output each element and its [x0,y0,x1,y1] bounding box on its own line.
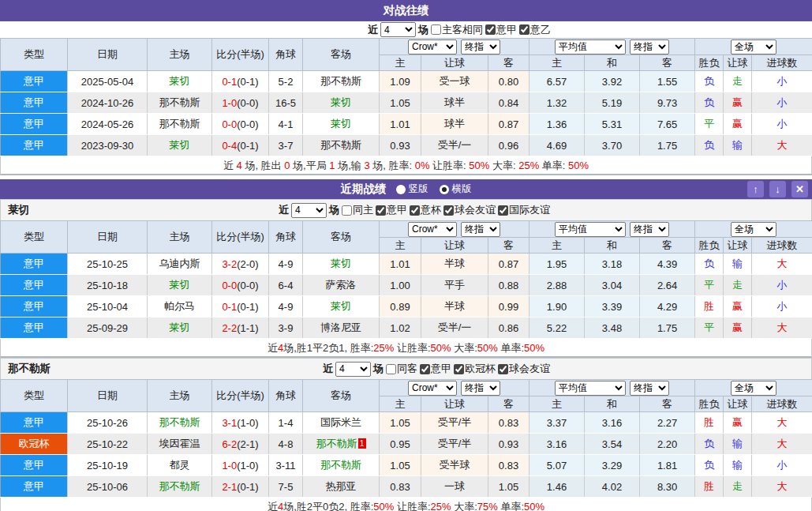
team1-average-subheader-0: 主 [529,396,585,412]
h2h-average-stage-select[interactable]: 终指 [630,39,669,54]
odds-cell-2: 0.87 [488,254,529,275]
view-option-1[interactable]: 横版 [440,182,472,196]
h2h-rounds-select[interactable]: 4 [380,22,416,37]
corners-cell: 3-9 [269,317,303,339]
team0-table-row: 意甲25-10-25乌迪内斯3-2(2-0)4-9莱切1.01半球0.871.9… [1,254,812,275]
h2h-league-checkbox-0[interactable] [485,24,496,35]
radio-selected-icon[interactable] [440,185,449,194]
h2h-odds-stage-select[interactable]: 终指 [461,39,500,54]
team0-average-stage-select[interactable]: 终指 [630,222,669,237]
team0-league-checkbox-3[interactable] [498,205,508,216]
team0-league-label-3: 国际友谊 [509,203,550,217]
team0-bookmaker-select[interactable]: Crow* [408,222,457,237]
corners-cell: 4-1 [269,114,303,135]
corners-cell: 4-8 [269,434,303,455]
result-goals-cell: 大 [752,476,812,498]
summary-value: 1 [329,160,335,171]
team0-average-select[interactable]: 平均值 [555,222,626,237]
move-up-button[interactable]: ↑ [747,181,764,197]
result-outcome-cell: 负 [695,254,724,275]
team0-fulltime-select[interactable]: 全场 [731,222,776,237]
radio-icon[interactable] [396,185,406,194]
result-goals-cell: 大 [752,135,812,156]
league-badge: 意甲 [1,296,68,317]
halftime-score: (0-1) [237,481,258,493]
team1-col-type-header: 类型 [1,380,68,412]
odds-cell-1: 半球 [421,254,488,275]
average-cell-0: 1.32 [529,92,585,114]
corners-cell: 3-7 [269,135,303,156]
result-handicap-cell: 输 [724,434,752,455]
team1-average-group-header: 平均值终指 [529,380,695,396]
arrow-up-icon: ↑ [753,183,758,195]
h2h-bookmaker-select[interactable]: Crow* [408,39,457,54]
average-cell-2: 1.75 [640,317,695,339]
team0-summary: 近4场,胜1平2负1, 胜率:25% 让胜率:50% 大率:50% 单率:50% [0,339,812,358]
average-cell-0: 1.36 [529,114,585,135]
team0-odds-stage-select[interactable]: 终指 [461,222,500,237]
team1-result-subheader-2: 进球数 [752,396,812,412]
h2h-average-subheader-0: 主 [529,55,585,71]
odds-cell-2: 0.84 [488,92,529,114]
h2h-fulltime-select[interactable]: 全场 [731,39,776,54]
result-outcome-cell: 平 [695,275,724,296]
average-cell-1: 3.29 [585,455,640,476]
team0-league-filter-3: 国际友谊 [498,203,550,217]
team0-rounds-select[interactable]: 4 [291,203,327,218]
team0-league-checkbox-1[interactable] [410,205,420,216]
summary-label: 近 [268,501,278,511]
close-button[interactable]: ✕ [791,181,808,197]
match-date: 2024-05-26 [68,114,148,135]
team1-odds-stage-select[interactable]: 终指 [461,381,500,396]
h2h-titlebar: 对战往绩 [0,0,812,21]
league-badge: 意甲 [1,114,68,135]
odds-cell-2: 0.83 [488,412,529,434]
h2h-league-checkbox-1[interactable] [519,24,529,35]
team1-league-checkbox-2[interactable] [498,364,508,374]
home-team: 帕尔马 [148,296,212,317]
result-outcome-cell: 负 [695,434,724,455]
team1-league-checkbox-1[interactable] [454,364,464,374]
team0-table-row: 意甲25-10-18莱切0-0(0-0)6-4萨索洛1.00平手0.882.88… [1,275,812,296]
score-cell: 1-0(0-0) [212,92,269,114]
summary-label: 场,胜1平2负1, 胜率: [283,342,373,354]
team1-fulltime-select[interactable]: 全场 [731,381,776,396]
team0-league-filter-0: 意甲 [376,203,407,217]
average-cell-1: 5.31 [585,114,640,135]
average-cell-1: 3.70 [585,135,640,156]
away-team: 国际米兰 [303,412,380,434]
team0-league-checkbox-2[interactable] [443,205,454,216]
summary-value: 50% [469,160,489,171]
halftime-score: (1-1) [237,322,258,334]
team1-rounds-select[interactable]: 4 [335,362,371,377]
fulltime-score: 0-1 [222,301,237,313]
odds-cell-0: 0.83 [380,476,421,498]
team0-average-subheader-1: 和 [585,238,640,254]
league-badge: 意甲 [1,275,68,296]
average-cell-1: 4.02 [585,476,640,498]
team1-average-select[interactable]: 平均值 [555,381,626,396]
result-handicap-cell: 输 [724,254,752,275]
team0-league-checkbox-0[interactable] [376,205,386,216]
h2h-venue-checkbox[interactable] [431,24,441,35]
view-option-0[interactable]: 竖版 [396,182,428,196]
h2h-average-select[interactable]: 平均值 [555,39,626,54]
team1-venue-checkbox[interactable] [386,364,396,374]
odds-cell-2: 0.96 [488,135,529,156]
team1-average-stage-select[interactable]: 终指 [630,381,669,396]
team1-average-subheader-1: 和 [585,396,640,412]
h2h-col-home-header: 主场 [148,39,212,71]
h2h-average-subheader-2: 客 [640,55,695,71]
result-handicap-cell: 赢 [724,317,752,339]
match-stats-page: 对战往绩 近4场主客相同意甲意乙 类型日期主场比分(半场)角球客场Crow*终指… [0,0,812,511]
team1-bookmaker-select[interactable]: Crow* [408,381,457,396]
move-down-button[interactable]: ↓ [769,181,786,197]
odds-cell-0: 1.00 [380,275,421,296]
h2h-result-subheader-2: 进球数 [752,55,812,71]
team0-venue-checkbox[interactable] [342,205,352,216]
score-cell: 3-1(1-0) [212,412,269,434]
team0-table-row: 意甲25-09-29莱切2-2(1-1)3-9博洛尼亚1.02受半/一0.865… [1,317,812,339]
team1-league-checkbox-0[interactable] [420,364,430,374]
team1-league-filter-2: 球会友谊 [498,362,550,376]
fulltime-score: 3-1 [222,417,237,429]
